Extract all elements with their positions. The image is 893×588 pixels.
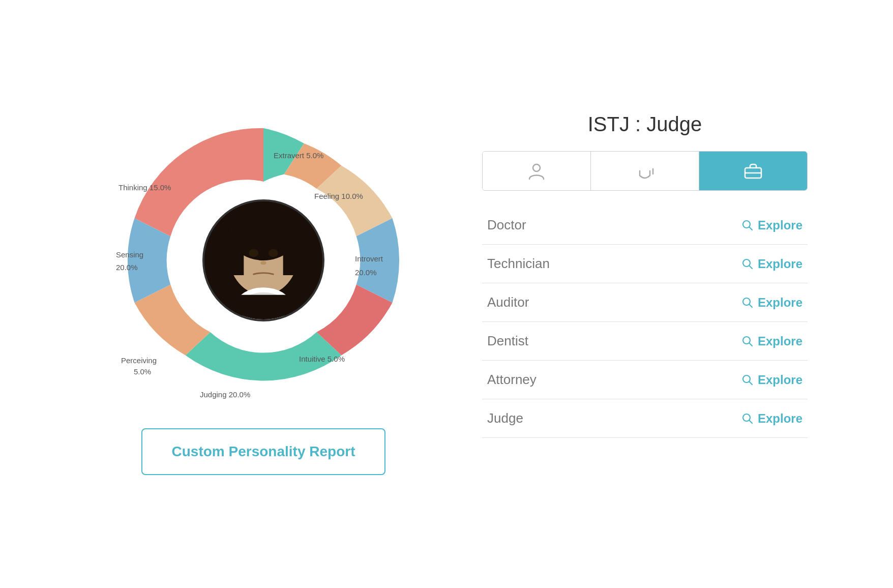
svg-line-31 xyxy=(749,420,752,423)
career-item: Judge Explore xyxy=(482,399,808,438)
svg-point-15 xyxy=(533,164,540,171)
donut-chart: Extravert 5.0% Feeling 10.0% Introvert 2… xyxy=(116,113,411,408)
career-item: Doctor Explore xyxy=(482,206,808,245)
career-name: Doctor xyxy=(487,217,526,233)
label-perceiving-line2: 5.0% xyxy=(134,367,151,376)
explore-button[interactable]: Explore xyxy=(741,334,802,348)
career-name: Technician xyxy=(487,256,550,272)
career-name: Attorney xyxy=(487,372,537,388)
left-panel: Extravert 5.0% Feeling 10.0% Introvert 2… xyxy=(85,113,441,475)
svg-point-6 xyxy=(269,249,278,257)
explore-label: Explore xyxy=(758,411,802,426)
career-name: Auditor xyxy=(487,295,529,310)
label-judging: Judging 20.0% xyxy=(200,390,250,399)
search-icon xyxy=(741,413,754,425)
tab-graduation[interactable] xyxy=(591,152,699,190)
label-thinking: Thinking 15.0% xyxy=(118,183,171,192)
label-introvert-line1: Introvert xyxy=(355,254,383,263)
svg-point-9 xyxy=(260,261,266,265)
explore-label: Explore xyxy=(758,296,802,310)
explore-button[interactable]: Explore xyxy=(741,257,802,271)
search-icon xyxy=(741,335,754,347)
explore-label: Explore xyxy=(758,334,802,348)
svg-line-29 xyxy=(749,381,752,385)
label-introvert-line2: 20.0% xyxy=(355,268,377,277)
search-icon xyxy=(741,258,754,270)
tab-briefcase[interactable] xyxy=(699,152,807,190)
explore-label: Explore xyxy=(758,218,802,232)
explore-button[interactable]: Explore xyxy=(741,411,802,426)
career-item: Attorney Explore xyxy=(482,361,808,399)
search-icon xyxy=(741,374,754,386)
explore-button[interactable]: Explore xyxy=(741,296,802,310)
tab-bar xyxy=(482,151,808,191)
career-list: Doctor Explore Technician Explore Audito… xyxy=(482,206,808,438)
svg-line-23 xyxy=(749,266,752,269)
label-intuitive: Intuitive 5.0% xyxy=(299,355,345,363)
label-extravert: Extravert 5.0% xyxy=(274,151,323,160)
explore-label: Explore xyxy=(758,257,802,271)
svg-line-21 xyxy=(749,227,752,230)
explore-label: Explore xyxy=(758,373,802,387)
career-item: Technician Explore xyxy=(482,245,808,283)
label-perceiving-line1: Perceiving xyxy=(121,356,157,365)
label-feeling: Feeling 10.0% xyxy=(314,192,363,200)
search-icon xyxy=(741,219,754,231)
personality-title: ISTJ : Judge xyxy=(482,113,808,136)
avatar xyxy=(202,199,324,321)
explore-button[interactable]: Explore xyxy=(741,373,802,387)
svg-line-27 xyxy=(749,343,752,346)
career-item: Auditor Explore xyxy=(482,283,808,322)
label-sensing-line1: Sensing xyxy=(116,250,143,259)
right-panel: ISTJ : Judge xyxy=(482,113,808,438)
career-item: Dentist Explore xyxy=(482,322,808,361)
svg-line-25 xyxy=(749,304,752,307)
career-name: Dentist xyxy=(487,333,528,349)
report-button-wrapper: Custom Personality Report xyxy=(141,428,385,475)
tab-person[interactable] xyxy=(483,152,591,190)
custom-report-button[interactable]: Custom Personality Report xyxy=(141,428,385,475)
explore-button[interactable]: Explore xyxy=(741,218,802,232)
svg-rect-12 xyxy=(234,295,293,319)
search-icon xyxy=(741,297,754,309)
svg-point-5 xyxy=(249,249,258,257)
label-sensing-line2: 20.0% xyxy=(116,263,138,272)
career-name: Judge xyxy=(487,410,523,426)
